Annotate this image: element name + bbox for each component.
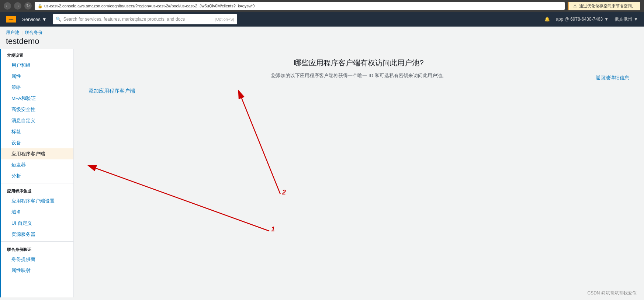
sidebar-section-federation: 联合身份验证 bbox=[1, 243, 73, 254]
breadcrumb-separator: | bbox=[21, 30, 22, 35]
sidebar-item-message-customization[interactable]: 消息自定义 bbox=[1, 115, 73, 126]
sidebar: 常规设置 用户和组 属性 策略 MFA和验证 高级安全性 消息自定义 标签 设备… bbox=[0, 49, 74, 297]
content-description: 您添加的以下应用程序客户端将获得一个唯一 ID 和可选私有密钥来访问此用户池。 bbox=[89, 72, 629, 79]
services-label: Services bbox=[22, 17, 41, 22]
main-content: 哪些应用程序客户端有权访问此用户池? 您添加的以下应用程序客户端将获得一个唯一 … bbox=[74, 49, 644, 297]
sidebar-item-attributes[interactable]: 属性 bbox=[1, 71, 73, 82]
search-placeholder: Search for services, features, marketpla… bbox=[63, 17, 185, 22]
svg-line-3 bbox=[96, 168, 269, 231]
sidebar-divider-1 bbox=[1, 183, 73, 183]
breadcrumb-identity[interactable]: 联合身份 bbox=[25, 30, 42, 36]
nav-right: 🔔 app @ 6978-6430-7463 ▼ 俄亥俄州 ▼ bbox=[544, 16, 638, 23]
warning-icon: ⚠ bbox=[573, 4, 577, 8]
aws-logo-square: aws bbox=[6, 16, 16, 23]
sidebar-item-ui-customization[interactable]: UI 自定义 bbox=[1, 218, 73, 229]
sidebar-item-policies[interactable]: 策略 bbox=[1, 82, 73, 93]
aws-nav: aws Services ▼ 🔍 Search for services, fe… bbox=[0, 12, 644, 27]
breadcrumb: 用户池 | 联合身份 bbox=[0, 27, 644, 37]
notification-text: 通过优化储存空间来节省空间。 bbox=[579, 3, 636, 9]
return-pool-link[interactable]: 返回池详细信息 bbox=[596, 75, 629, 81]
account-dropdown-icon: ▼ bbox=[604, 17, 609, 22]
sidebar-item-advanced-security[interactable]: 高级安全性 bbox=[1, 104, 73, 115]
footer-credit: CSDN @斌哥斌哥我爱你 bbox=[587, 290, 637, 296]
search-shortcut: [Option+S] bbox=[215, 17, 234, 21]
sidebar-item-analytics[interactable]: 分析 bbox=[1, 170, 73, 182]
account-menu[interactable]: app @ 6978-6430-7463 ▼ bbox=[556, 17, 609, 22]
sidebar-item-users-groups[interactable]: 用户和组 bbox=[1, 60, 73, 71]
sidebar-item-triggers[interactable]: 触发器 bbox=[1, 159, 73, 170]
dropdown-arrow-icon: ▼ bbox=[42, 17, 47, 22]
sidebar-item-app-client-settings[interactable]: 应用程序客户端设置 bbox=[1, 196, 73, 207]
search-bar[interactable]: 🔍 Search for services, features, marketp… bbox=[53, 14, 237, 24]
refresh-button[interactable]: ↻ bbox=[24, 2, 32, 10]
sidebar-item-mfa[interactable]: MFA和验证 bbox=[1, 93, 73, 104]
region-label: 俄亥俄州 bbox=[614, 16, 632, 23]
url-bar[interactable]: 🔒 us-east-2.console.aws.amazon.com/cogni… bbox=[35, 2, 565, 10]
add-app-client-link[interactable]: 添加应用程序客户端 bbox=[89, 88, 135, 94]
sidebar-item-tags[interactable]: 标签 bbox=[1, 126, 73, 137]
sidebar-item-domain[interactable]: 域名 bbox=[1, 207, 73, 218]
services-button[interactable]: Services ▼ bbox=[22, 17, 47, 22]
sidebar-section-integration: 应用程序集成 bbox=[1, 185, 73, 196]
aws-logo: aws bbox=[6, 16, 16, 23]
notification-banner: ⚠ 通过优化储存空间来节省空间。 bbox=[568, 2, 640, 10]
account-label: app @ 6978-6430-7463 bbox=[556, 17, 603, 22]
sidebar-item-identity-providers[interactable]: 身份提供商 bbox=[1, 254, 73, 265]
browser-bar: ← → ↻ 🔒 us-east-2.console.aws.amazon.com… bbox=[0, 0, 644, 12]
lock-icon: 🔒 bbox=[38, 4, 43, 8]
sidebar-item-resource-servers[interactable]: 资源服务器 bbox=[1, 229, 73, 240]
main-layout: 常规设置 用户和组 属性 策略 MFA和验证 高级安全性 消息自定义 标签 设备… bbox=[0, 49, 644, 297]
url-text: us-east-2.console.aws.amazon.com/cognito… bbox=[44, 4, 255, 8]
svg-line-2 bbox=[242, 98, 280, 194]
forward-button[interactable]: → bbox=[14, 2, 21, 10]
notifications-button[interactable]: 🔔 bbox=[544, 17, 550, 22]
sidebar-item-attribute-mapping[interactable]: 属性映射 bbox=[1, 265, 73, 276]
breadcrumb-pool[interactable]: 用户池 bbox=[6, 30, 19, 36]
search-icon: 🔍 bbox=[56, 17, 61, 22]
sidebar-item-app-clients[interactable]: 应用程序客户端 bbox=[1, 148, 73, 159]
back-button[interactable]: ← bbox=[4, 2, 11, 10]
annotation-svg bbox=[89, 94, 629, 235]
annotation-container: 1 2 bbox=[89, 94, 629, 235]
sidebar-item-devices[interactable]: 设备 bbox=[1, 137, 73, 148]
annotation-number-2: 2 bbox=[282, 189, 286, 196]
sidebar-section-general: 常规设置 bbox=[1, 49, 73, 60]
region-menu[interactable]: 俄亥俄州 ▼ bbox=[614, 16, 638, 23]
bell-icon: 🔔 bbox=[544, 17, 550, 22]
sidebar-divider-2 bbox=[1, 241, 73, 242]
content-title: 哪些应用程序客户端有权访问此用户池? bbox=[89, 58, 629, 68]
page-title: testdemo bbox=[0, 37, 644, 49]
annotation-number-1: 1 bbox=[271, 225, 275, 233]
region-dropdown-icon: ▼ bbox=[634, 17, 638, 22]
